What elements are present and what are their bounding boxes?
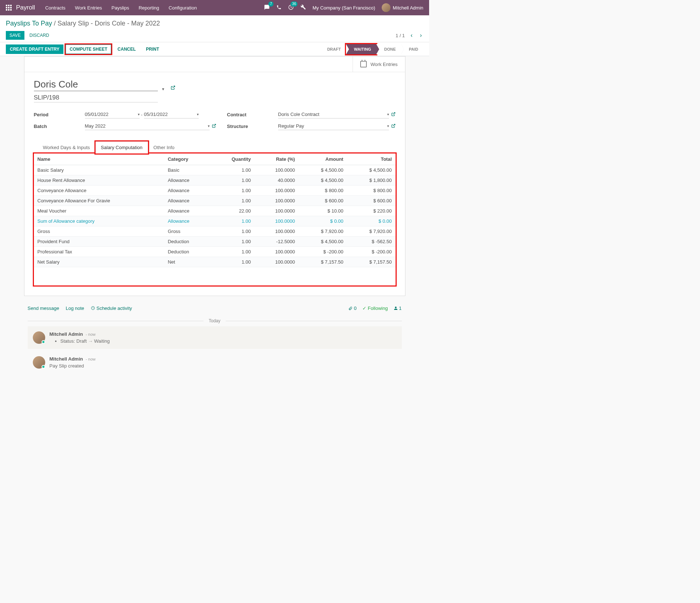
period-to-input[interactable]: 05/31/2022▾ bbox=[144, 110, 199, 118]
employee-external-link-icon[interactable] bbox=[171, 85, 175, 91]
log-item: Mitchell Admin - now Pay Slip created bbox=[28, 351, 402, 374]
table-row[interactable]: Professional TaxDeduction1.00100.0000$ -… bbox=[34, 247, 396, 257]
date-separator: Today bbox=[28, 318, 402, 323]
nav-reporting[interactable]: Reporting bbox=[139, 5, 159, 11]
tab-other-info[interactable]: Other Info bbox=[148, 141, 180, 153]
nav-payslips[interactable]: Payslips bbox=[112, 5, 129, 11]
followers-count[interactable]: 1 bbox=[394, 306, 402, 311]
form-sheet: Work Entries Doris Cole ▼ SLIP/198 Perio… bbox=[24, 56, 405, 296]
following-button[interactable]: ✓ Following bbox=[362, 306, 388, 311]
log-author[interactable]: Mitchell Admin bbox=[50, 356, 83, 362]
table-row[interactable]: Basic SalaryBasic1.00100.0000$ 4,500.00$… bbox=[34, 165, 396, 175]
pager-prev[interactable]: ‹ bbox=[409, 32, 414, 39]
discard-button[interactable]: DISCARD bbox=[26, 31, 53, 40]
status-step-draft[interactable]: DRAFT bbox=[319, 44, 346, 54]
compute-sheet-button[interactable]: COMPUTE SHEET bbox=[66, 44, 111, 54]
period-from-input[interactable]: 05/01/2022▾ bbox=[85, 110, 140, 118]
table-row[interactable]: Conveyance Allowance For GravieAllowance… bbox=[34, 196, 396, 206]
table-row[interactable]: Net SalaryNet1.00100.0000$ 7,157.50$ 7,1… bbox=[34, 257, 396, 267]
activities-icon[interactable]: 36 bbox=[288, 4, 294, 11]
avatar bbox=[33, 356, 45, 369]
structure-external-link-icon[interactable] bbox=[391, 123, 396, 129]
log-note-button[interactable]: Log note bbox=[66, 306, 84, 311]
app-title[interactable]: Payroll bbox=[16, 4, 35, 11]
th-quantity[interactable]: Quantity bbox=[211, 153, 254, 165]
log-text: Pay Slip created bbox=[50, 363, 397, 369]
user-menu[interactable]: Mitchell Admin bbox=[382, 3, 423, 12]
employee-field[interactable]: Doris Cole bbox=[34, 79, 158, 91]
tabs: Worked Days & Inputs Salary Computation … bbox=[34, 141, 396, 153]
table-row[interactable]: Conveyance AllowanceAllowance1.00100.000… bbox=[34, 186, 396, 196]
status-step-paid[interactable]: PAID bbox=[401, 44, 423, 54]
pager-next[interactable]: › bbox=[419, 32, 423, 39]
log-time: - now bbox=[86, 332, 96, 336]
table-row[interactable]: GrossGross1.00100.0000$ 7,920.00$ 7,920.… bbox=[34, 226, 396, 237]
messages-icon[interactable]: 7 bbox=[264, 4, 270, 11]
breadcrumb-bar: Payslips To Pay / Salary Slip - Doris Co… bbox=[0, 15, 429, 42]
contract-label: Contract bbox=[227, 112, 278, 117]
pager: 1 / 1 ‹ › bbox=[396, 32, 423, 39]
log-item: Mitchell Admin - now Status: Draft → Wai… bbox=[28, 326, 402, 349]
tab-worked-days[interactable]: Worked Days & Inputs bbox=[38, 141, 96, 153]
table-row[interactable]: Meal VoucherAllowance22.00100.0000$ 10.0… bbox=[34, 206, 396, 216]
slip-number[interactable]: SLIP/198 bbox=[34, 93, 158, 102]
status-step-done[interactable]: DONE bbox=[376, 44, 401, 54]
apps-icon[interactable] bbox=[6, 5, 12, 11]
tab-salary-computation[interactable]: Salary Computation bbox=[96, 141, 148, 153]
nav-contracts[interactable]: Contracts bbox=[45, 5, 66, 11]
period-label: Period bbox=[34, 112, 85, 117]
contract-external-link-icon[interactable] bbox=[391, 112, 396, 117]
tools-icon[interactable] bbox=[300, 4, 306, 11]
work-entries-label: Work Entries bbox=[370, 62, 397, 67]
th-total[interactable]: Total bbox=[347, 153, 396, 165]
send-message-button[interactable]: Send message bbox=[28, 306, 59, 311]
status-steps: DRAFT WAITING DONE PAID bbox=[319, 44, 423, 54]
avatar bbox=[382, 3, 390, 12]
th-name[interactable]: Name bbox=[34, 153, 164, 165]
attachments-count[interactable]: 0 bbox=[348, 306, 357, 311]
log-author[interactable]: Mitchell Admin bbox=[50, 331, 83, 337]
pager-text: 1 / 1 bbox=[396, 33, 405, 38]
status-bar: CREATE DRAFT ENTRY COMPUTE SHEET CANCEL … bbox=[0, 42, 429, 56]
batch-label: Batch bbox=[34, 124, 85, 129]
contract-input[interactable]: Doris Cole Contract▾ bbox=[278, 110, 389, 118]
avatar bbox=[33, 331, 45, 344]
log-time: - now bbox=[86, 357, 96, 361]
activities-badge: 36 bbox=[291, 1, 298, 7]
table-row[interactable]: Sum of Allowance categoryAllowance1.0010… bbox=[34, 216, 396, 226]
user-name: Mitchell Admin bbox=[393, 5, 423, 11]
company-selector[interactable]: My Company (San Francisco) bbox=[312, 5, 375, 11]
breadcrumb-link[interactable]: Payslips To Pay bbox=[6, 20, 52, 27]
batch-external-link-icon[interactable] bbox=[212, 123, 216, 129]
breadcrumb-current: Salary Slip - Doris Cole - May 2022 bbox=[58, 20, 160, 27]
salary-computation-table: Name Category Quantity Rate (%) Amount T… bbox=[34, 153, 396, 267]
structure-input[interactable]: Regular Pay▾ bbox=[278, 122, 389, 130]
schedule-activity-button[interactable]: Schedule activity bbox=[91, 306, 132, 311]
table-row[interactable]: House Rent AllowanceAllowance1.0040.0000… bbox=[34, 175, 396, 186]
employee-caret-icon[interactable]: ▼ bbox=[162, 87, 165, 91]
print-button[interactable]: PRINT bbox=[142, 44, 163, 54]
work-entries-button[interactable]: Work Entries bbox=[353, 57, 405, 72]
calendar-icon bbox=[360, 61, 367, 67]
th-rate[interactable]: Rate (%) bbox=[254, 153, 299, 165]
breadcrumb: Payslips To Pay / Salary Slip - Doris Co… bbox=[6, 20, 423, 27]
nav-menu: Contracts Work Entries Payslips Reportin… bbox=[45, 5, 264, 11]
table-row[interactable]: Provident FundDeduction1.00-12.5000$ 4,5… bbox=[34, 237, 396, 247]
th-amount[interactable]: Amount bbox=[299, 153, 347, 165]
top-nav: Payroll Contracts Work Entries Payslips … bbox=[0, 0, 429, 15]
batch-input[interactable]: May 2022▾ bbox=[85, 122, 210, 130]
save-button[interactable]: SAVE bbox=[6, 31, 24, 40]
nav-configuration[interactable]: Configuration bbox=[169, 5, 197, 11]
cancel-button[interactable]: CANCEL bbox=[113, 44, 140, 54]
status-step-waiting[interactable]: WAITING bbox=[346, 44, 376, 54]
th-category[interactable]: Category bbox=[164, 153, 211, 165]
messages-badge: 7 bbox=[268, 1, 273, 7]
chatter: Send message Log note Schedule activity … bbox=[24, 303, 405, 374]
structure-label: Structure bbox=[227, 124, 278, 129]
phone-icon[interactable] bbox=[276, 5, 281, 11]
create-draft-entry-button[interactable]: CREATE DRAFT ENTRY bbox=[6, 44, 63, 54]
nav-work-entries[interactable]: Work Entries bbox=[75, 5, 102, 11]
salary-table-container: Name Category Quantity Rate (%) Amount T… bbox=[34, 153, 396, 285]
